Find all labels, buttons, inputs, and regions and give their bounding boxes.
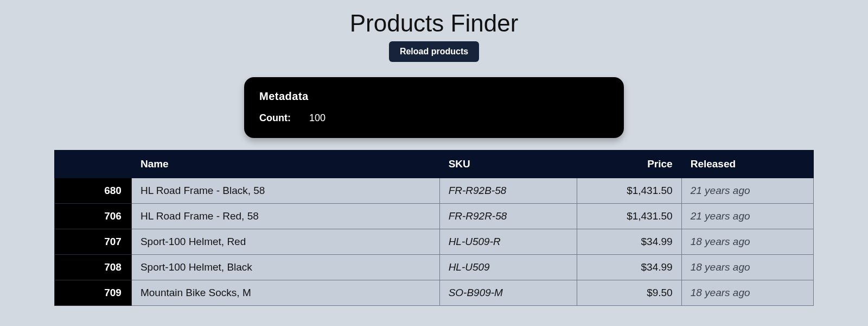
cell-name: HL Road Frame - Black, 58 (131, 178, 439, 204)
cell-price: $1,431.50 (577, 204, 682, 229)
cell-sku: SO-B909-M (439, 280, 577, 306)
cell-sku: HL-U509 (439, 255, 577, 280)
page-title: Products Finder (0, 10, 868, 37)
cell-id: 680 (55, 178, 132, 204)
cell-price: $9.50 (577, 280, 682, 306)
cell-name: Mountain Bike Socks, M (131, 280, 439, 306)
cell-released: 18 years ago (681, 229, 813, 255)
cell-sku: HL-U509-R (439, 229, 577, 255)
col-released: Released (681, 151, 813, 178)
cell-id: 708 (55, 255, 132, 280)
table-row: 708Sport-100 Helmet, BlackHL-U509$34.991… (55, 255, 814, 280)
cell-id: 709 (55, 280, 132, 306)
table-header-row: Name SKU Price Released (55, 151, 814, 178)
cell-price: $1,431.50 (577, 178, 682, 204)
cell-name: Sport-100 Helmet, Red (131, 229, 439, 255)
metadata-card: Metadata Count: 100 (244, 77, 624, 138)
products-table: Name SKU Price Released 680HL Road Frame… (54, 150, 814, 306)
col-price: Price (577, 151, 682, 178)
cell-price: $34.99 (577, 255, 682, 280)
col-sku: SKU (439, 151, 577, 178)
metadata-count-value: 100 (309, 112, 326, 124)
cell-id: 706 (55, 204, 132, 229)
col-name: Name (131, 151, 439, 178)
cell-name: HL Road Frame - Red, 58 (131, 204, 439, 229)
cell-name: Sport-100 Helmet, Black (131, 255, 439, 280)
cell-released: 18 years ago (681, 280, 813, 306)
cell-sku: FR-R92B-58 (439, 178, 577, 204)
metadata-heading: Metadata (259, 90, 609, 103)
cell-id: 707 (55, 229, 132, 255)
cell-released: 18 years ago (681, 255, 813, 280)
cell-released: 21 years ago (681, 178, 813, 204)
reload-products-button[interactable]: Reload products (389, 41, 479, 62)
metadata-count-label: Count: (259, 112, 291, 124)
cell-sku: FR-R92R-58 (439, 204, 577, 229)
table-row: 706HL Road Frame - Red, 58FR-R92R-58$1,4… (55, 204, 814, 229)
table-row: 709Mountain Bike Socks, MSO-B909-M$9.501… (55, 280, 814, 306)
table-row: 707Sport-100 Helmet, RedHL-U509-R$34.991… (55, 229, 814, 255)
cell-price: $34.99 (577, 229, 682, 255)
cell-released: 21 years ago (681, 204, 813, 229)
table-row: 680HL Road Frame - Black, 58FR-R92B-58$1… (55, 178, 814, 204)
col-id (55, 151, 132, 178)
